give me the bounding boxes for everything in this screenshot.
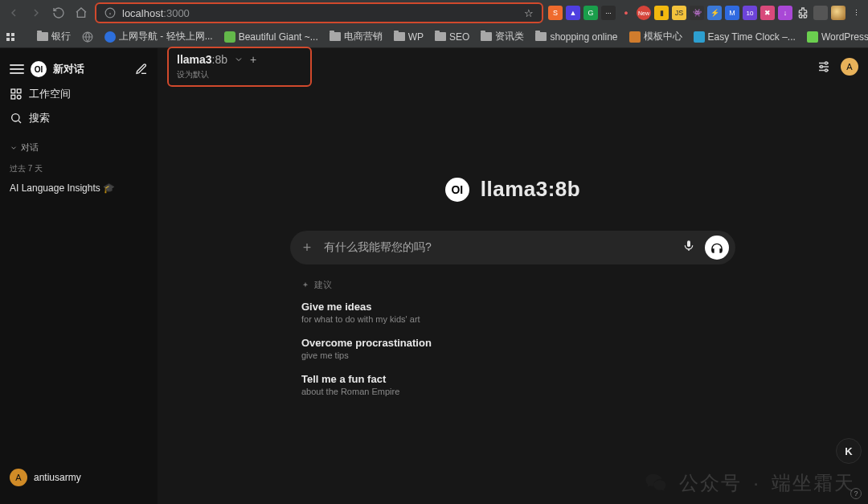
suggestion-title: Tell me a fun fact (301, 373, 724, 385)
main-area: llama3:8b + 设为默认 A OI llama3:8b + 有什么我能帮… (158, 48, 868, 504)
profile-avatar[interactable] (831, 6, 845, 20)
bookmarks-bar: 银行 上网导航 - 轻快上网... Beautiful Giant ~... 电… (0, 26, 868, 48)
model-selector[interactable]: llama3:8b + 设为默认 (167, 47, 312, 87)
bookmark-folder[interactable]: WP (394, 31, 424, 43)
search-label: 搜索 (29, 111, 50, 125)
grid-icon (10, 88, 23, 100)
voice-mode-icon[interactable] (705, 236, 729, 260)
apps-icon[interactable] (6, 33, 14, 41)
watermark: 公众号 · 端坐霜天 (644, 470, 855, 496)
suggestion-title: Give me ideas (301, 301, 724, 313)
svg-point-8 (821, 66, 823, 68)
browser-menu-icon[interactable]: ⋮ (849, 6, 863, 20)
main-topbar: llama3:8b + 设为默认 A (158, 48, 868, 85)
sidebar-chat-item[interactable]: AI Language Insights 🎓 (6, 178, 151, 199)
ext-icon[interactable]: JS (672, 6, 686, 20)
sidebar-search[interactable]: 搜索 (6, 106, 151, 130)
model-name: llama3:8b (177, 53, 227, 66)
sidebar-timeframe: 过去 7 天 (6, 160, 151, 178)
svg-rect-2 (11, 89, 15, 93)
sidebar: OI 新对话 工作空间 搜索 对话 过去 7 天 AI Language Ins… (0, 48, 158, 504)
ext-icon[interactable]: ✖ (760, 6, 775, 20)
menu-icon[interactable] (10, 64, 24, 74)
workspace-label: 工作空间 (29, 87, 71, 101)
ext-icon[interactable]: ▲ (566, 6, 580, 20)
svg-point-9 (825, 69, 828, 72)
svg-point-5 (17, 95, 21, 99)
compose-icon[interactable] (135, 63, 148, 76)
app-logo-icon: OI (31, 61, 47, 77)
wechat-icon (644, 471, 668, 495)
section-label: 对话 (21, 141, 39, 154)
chevron-down-icon (10, 144, 18, 152)
suggestion-item[interactable]: Overcome procrastination give me tips (290, 330, 735, 367)
ext-icon[interactable]: G (583, 6, 598, 20)
reload-button[interactable] (50, 4, 68, 22)
suggestion-subtitle: give me tips (301, 350, 724, 360)
mic-icon[interactable] (679, 240, 698, 256)
forward-button[interactable] (27, 4, 45, 22)
brand-row: OI llama3:8b (445, 177, 580, 202)
prompt-input[interactable]: + 有什么我能帮您的吗? (290, 231, 735, 264)
ext-icon[interactable]: 👾 (690, 6, 704, 20)
bookmark-folder[interactable]: shopping online (535, 31, 617, 43)
address-bar[interactable]: localhost:3000 ☆ (95, 2, 543, 23)
info-icon (104, 7, 116, 18)
bookmark-folder[interactable]: 电商营销 (330, 30, 383, 43)
back-button[interactable] (5, 4, 23, 22)
bookmark-folder[interactable]: 银行 (37, 30, 71, 43)
watermark-label: 公众号 (679, 470, 742, 496)
separator (813, 6, 828, 20)
bookmark-item[interactable]: Easy Time Clock –... (694, 31, 796, 43)
brand-title: llama3:8b (481, 177, 580, 202)
ext-icon[interactable]: ↓ (778, 6, 792, 20)
sidebar-section-toggle[interactable]: 对话 (6, 138, 151, 157)
suggestion-subtitle: about the Roman Empire (301, 387, 724, 396)
sidebar-workspace[interactable]: 工作空间 (6, 82, 151, 106)
suggestion-subtitle: for what to do with my kids' art (301, 314, 724, 324)
extensions-menu-icon[interactable] (796, 6, 810, 20)
suggestions-header: 建议 (290, 276, 735, 294)
add-model-icon[interactable]: + (250, 53, 256, 66)
bookmark-item[interactable]: WordPress Theme... (807, 31, 868, 43)
center-stage: OI llama3:8b + 有什么我能帮您的吗? 建议 Give me ide… (158, 177, 868, 403)
suggestion-item[interactable]: Give me ideas for what to do with my kid… (290, 294, 735, 330)
floating-badge[interactable]: K (836, 438, 862, 464)
set-default-label[interactable]: 设为默认 (177, 69, 302, 80)
svg-point-6 (12, 114, 19, 121)
ext-icon[interactable]: S (548, 6, 563, 20)
watermark-dot: · (753, 472, 760, 494)
ext-icon[interactable]: ● (619, 6, 633, 20)
suggestions: 建议 Give me ideas for what to do with my … (290, 276, 735, 403)
ext-icon[interactable]: M (725, 6, 739, 20)
bookmark-item[interactable]: 模板中心 (629, 30, 682, 43)
attach-icon[interactable]: + (297, 237, 317, 258)
svg-point-7 (825, 62, 828, 64)
browser-toolbar: localhost:3000 ☆ S ▲ G ··· ● New ▮ JS 👾 … (0, 0, 868, 26)
header-user-avatar[interactable]: A (841, 58, 858, 76)
bookmark-folder[interactable]: 资讯类 (481, 30, 524, 43)
svg-rect-3 (17, 89, 21, 93)
suggestion-title: Overcome procrastination (301, 337, 724, 349)
ext-icon[interactable]: New (637, 6, 651, 20)
ext-icon[interactable]: ··· (601, 6, 616, 20)
chevron-down-icon (234, 55, 244, 64)
ext-icon[interactable]: 10 (743, 6, 757, 20)
suggestion-item[interactable]: Tell me a fun fact about the Roman Empir… (290, 367, 735, 403)
bookmark-item[interactable]: 上网导航 - 轻快上网... (104, 30, 213, 43)
prompt-placeholder: 有什么我能帮您的吗? (324, 240, 673, 255)
home-button[interactable] (72, 4, 90, 22)
bookmark-item[interactable]: Beautiful Giant ~... (224, 31, 318, 43)
username-label: antiusarmy (34, 472, 81, 483)
sidebar-new-chat[interactable]: OI 新对话 (6, 56, 151, 82)
settings-sliders-icon[interactable] (817, 59, 831, 74)
bookmark-star-icon[interactable]: ☆ (524, 7, 534, 19)
user-avatar: A (10, 469, 27, 486)
new-chat-label: 新对话 (53, 62, 84, 76)
ext-icon[interactable]: ▮ (654, 6, 669, 20)
ext-icon[interactable]: ⚡ (707, 6, 722, 20)
suggestions-label: 建议 (314, 279, 332, 291)
bookmark-folder[interactable]: SEO (435, 31, 469, 43)
bookmark-item[interactable] (82, 31, 93, 43)
sidebar-user[interactable]: A antiusarmy (6, 459, 151, 496)
